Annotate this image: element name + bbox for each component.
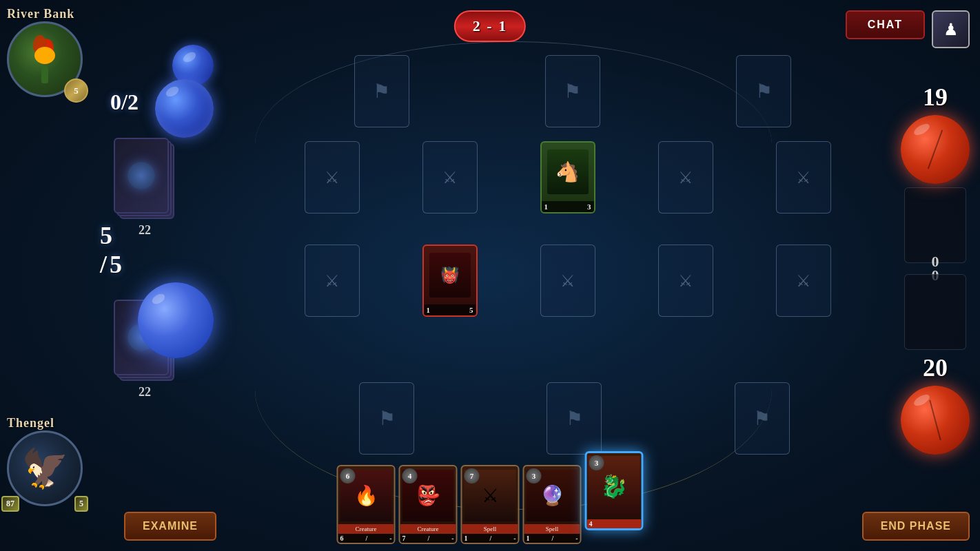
player-library-count: 22: [114, 385, 176, 399]
score-badge: 2 - 1: [454, 10, 526, 42]
player-mana-orb: [138, 282, 214, 358]
hand-card-1-toughness: -: [389, 534, 391, 542]
hand-card-5-cost: 3: [589, 455, 604, 470]
player-avatar: 🦅: [7, 430, 83, 506]
fire-icon-4: 🔮: [540, 484, 564, 507]
opponent-graveyard[interactable]: [904, 187, 966, 263]
opponent-creature-slot-5[interactable]: [776, 141, 831, 214]
opponent-mana-orb-large-container: [155, 79, 214, 138]
player-swords-3: [560, 271, 575, 291]
player-life-badge: 87: [1, 496, 19, 512]
player-orb-crack: [929, 400, 941, 440]
hand-card-4[interactable]: 3 🔮 Spell 1 / -: [523, 465, 582, 544]
chat-button[interactable]: CHAT: [846, 10, 925, 39]
fire-icon-3: ⚔: [482, 484, 499, 507]
hand-card-1-separator: /: [365, 534, 367, 542]
opponent-card-art: 🐴: [542, 143, 594, 201]
hand-card-4-power: 1: [527, 534, 530, 542]
orb-highlight: [181, 50, 197, 64]
opponent-library-stack: [114, 138, 176, 220]
tower-icon-3: ⚑: [755, 80, 773, 103]
hand-card-2-toughness: -: [451, 534, 453, 542]
player-graveyard[interactable]: [904, 274, 966, 350]
player-orb-highlight: [150, 292, 166, 306]
player-card-art: 👹: [424, 246, 476, 304]
swords-icon-1: [325, 168, 340, 187]
opponent-tower-1[interactable]: ⚑: [354, 55, 409, 127]
hand-card-2-stats: 7 / -: [400, 534, 456, 543]
player-tower-1[interactable]: ⚑: [359, 382, 414, 455]
player-profile: Thengel 🦅 87 5: [7, 416, 83, 506]
player-name: Thengel: [7, 416, 83, 430]
profile-icon-button[interactable]: ♟: [932, 10, 970, 48]
hand-card-3-cost: 7: [465, 468, 480, 484]
player-swords-1: [325, 271, 340, 291]
player-creature-slot-4[interactable]: [658, 245, 713, 317]
opponent-card-power: 1: [544, 202, 549, 211]
player-creature-slot-5[interactable]: [776, 245, 831, 317]
hand-card-1[interactable]: 6 🔥 Creature 6 / -: [337, 465, 396, 544]
demon-icon: 👹: [440, 267, 459, 284]
opponent-tower-3[interactable]: ⚑: [736, 55, 791, 127]
player-tower-icon-1: ⚑: [378, 407, 396, 430]
player-tower-2[interactable]: ⚑: [547, 382, 602, 455]
player-swords-5: [796, 271, 811, 291]
opponent-tower-2[interactable]: ⚑: [545, 55, 600, 127]
opponent-card-toughness: 3: [587, 202, 591, 211]
fire-icon-2: 👺: [416, 484, 440, 507]
hand-card-1-cost: 6: [340, 468, 356, 484]
hand-card-1-type: Creature: [338, 524, 394, 534]
tower-icon-2: ⚑: [564, 80, 581, 103]
opponent-creature-card[interactable]: 🐴 1 3: [540, 141, 595, 214]
opponent-mana-stat: 0/2: [110, 90, 139, 115]
horse-icon: 🐴: [555, 160, 580, 183]
swords-icon-5: [796, 168, 811, 187]
player-creature-slot-1[interactable]: [305, 245, 360, 317]
library-card-1: [114, 138, 169, 214]
opponent-card-image: 🐴: [547, 149, 589, 194]
player-life-count: 87: [6, 499, 14, 509]
player-tower-3[interactable]: ⚑: [735, 382, 790, 455]
player-tower-icon-2: ⚑: [566, 407, 583, 430]
player-creature-card[interactable]: 👹 1 5: [422, 245, 478, 317]
opponent-creature-row: 🐴 1 3: [276, 141, 859, 214]
hand-card-4-cost: 3: [527, 468, 542, 484]
player-avatar-art: 🦅: [21, 446, 69, 491]
player-orb-highlight-2: [912, 393, 932, 408]
hand-card-2[interactable]: 4 👺 Creature 7 / -: [399, 465, 458, 544]
opponent-tower-row: ⚑ ⚑ ⚑: [289, 55, 856, 127]
hand-card-3-separator: /: [489, 534, 491, 542]
hand-card-5[interactable]: 3 🐉 4: [585, 451, 644, 530]
hand-card-3[interactable]: 7 ⚔ Spell 1 / -: [461, 465, 520, 544]
opponent-creature-slot-1[interactable]: [305, 141, 360, 214]
player-right-stats: 0 20: [901, 253, 970, 455]
opponent-library[interactable]: 22: [114, 138, 176, 238]
player-stat-display: 5 / 5: [100, 221, 122, 279]
opponent-stat-display: 0/2: [110, 90, 139, 115]
fire-icon-5: 🐉: [600, 473, 628, 499]
game-board: 2 - 1 CHAT ♟ River Bank 5: [0, 0, 980, 551]
fire-icon-1: 🔥: [354, 484, 378, 507]
hand-card-3-power: 1: [465, 534, 468, 542]
player-graveyard-count: 0: [932, 253, 939, 271]
player-creature-slot-3[interactable]: [540, 245, 595, 317]
player-life-orb: [901, 386, 970, 455]
examine-button[interactable]: EXAMINE: [124, 512, 216, 541]
opponent-hand-count: 5: [74, 85, 79, 96]
opponent-orb-crack: [928, 129, 943, 169]
hand-card-4-stats: 1 / -: [524, 534, 580, 543]
opponent-creature-slot-4[interactable]: [658, 141, 713, 214]
player-card-power: 1: [427, 306, 431, 314]
opponent-orb-highlight: [912, 122, 932, 138]
player-card-image: 👹: [429, 253, 471, 298]
hand-card-1-stats: 6 / -: [338, 534, 394, 543]
hand-card-3-type: Spell: [462, 524, 518, 534]
player-creature-row: 👹 1 5: [276, 245, 859, 317]
hand-area: 6 🔥 Creature 6 / - 4 👺 Creature: [337, 465, 644, 544]
player-swords-4: [678, 271, 693, 291]
opponent-library-count: 22: [114, 223, 176, 238]
opponent-creature-slot-2[interactable]: [422, 141, 478, 214]
end-phase-button[interactable]: END PHASE: [862, 512, 970, 541]
player-life: 20: [923, 353, 948, 382]
hand-card-2-type: Creature: [400, 524, 456, 534]
